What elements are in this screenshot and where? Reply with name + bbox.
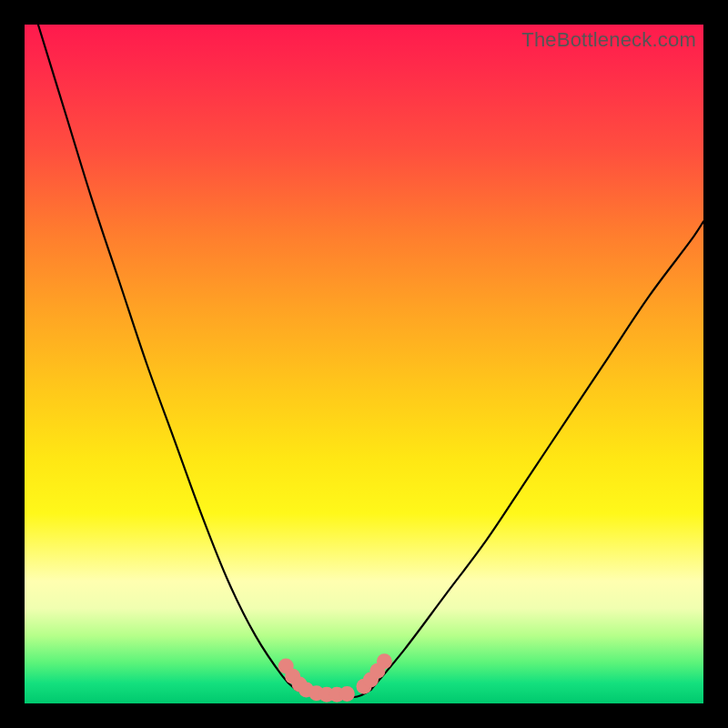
curve-svg <box>25 25 703 703</box>
outer-frame: TheBottleneck.com <box>0 0 728 728</box>
highlight-dot <box>377 653 392 669</box>
bottleneck-curve-right <box>370 221 703 690</box>
bottleneck-curve-left <box>38 25 296 690</box>
highlight-dots-group <box>278 653 392 703</box>
gradient-plot-area: TheBottleneck.com <box>25 25 703 703</box>
highlight-dot <box>339 686 355 702</box>
